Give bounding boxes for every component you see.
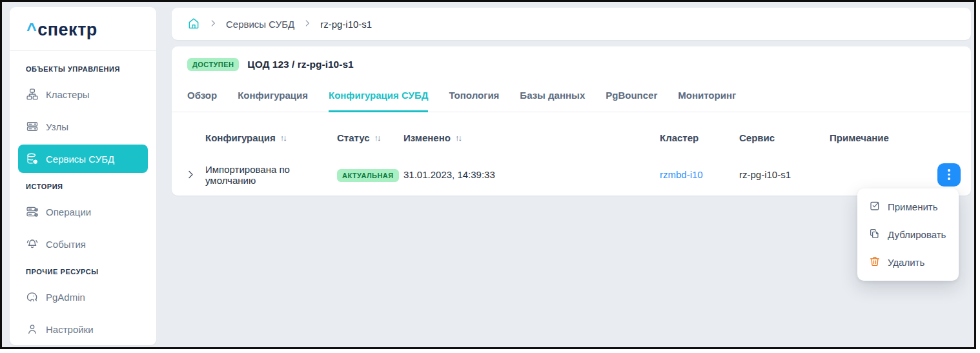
section-label-history: ИСТОРИЯ <box>18 175 148 196</box>
db-services-icon <box>26 152 39 165</box>
column-header-note: Примечание <box>830 132 961 143</box>
section-label-objects: ОБЪЕКТЫ УПРАВЛЕНИЯ <box>18 57 148 78</box>
cell-modified: 31.01.2023, 14:39:33 <box>403 169 660 180</box>
sidebar-item-nodes[interactable]: Узлы <box>18 112 148 141</box>
tab-pgbouncer[interactable]: PgBouncer <box>606 79 657 112</box>
tab-configuration[interactable]: Конфигурация <box>238 79 308 112</box>
sidebar-item-label: Кластеры <box>46 89 90 100</box>
menu-item-label: Применить <box>888 201 938 212</box>
sidebar-item-operations[interactable]: Операции <box>18 197 148 226</box>
kebab-dot <box>948 177 950 180</box>
sidebar-item-label: Узлы <box>46 121 68 132</box>
sidebar-item-label: Сервисы СУБД <box>46 154 114 165</box>
column-label: Статус <box>337 132 370 143</box>
sort-icon[interactable]: ↑↓ <box>280 133 286 143</box>
pgadmin-icon <box>26 290 39 303</box>
cell-cluster: rzmbd-i10 <box>660 169 739 180</box>
apply-check-icon <box>869 200 881 214</box>
kebab-dot <box>948 169 950 172</box>
menu-item-label: Дублировать <box>888 229 946 240</box>
row-actions-menu: Применить Дублировать Удалить <box>857 188 959 281</box>
table-header: Конфигурация ↑↓ Статус ↑↓ Изменено ↑↓ Кл… <box>172 112 971 154</box>
column-label: Конфигурация <box>205 132 276 143</box>
menu-item-delete[interactable]: Удалить <box>857 248 959 276</box>
tab-monitoring[interactable]: Мониторинг <box>678 79 736 112</box>
sidebar-item-label: Операции <box>46 207 91 217</box>
section-label-other-resources: ПРОЧИЕ РЕСУРСЫ <box>18 260 148 281</box>
sidebar-item-label: События <box>46 239 86 250</box>
column-label: Кластер <box>660 132 699 143</box>
cell-note <box>830 163 961 187</box>
row-actions-kebab-button[interactable] <box>937 163 961 187</box>
tab-topology[interactable]: Топология <box>449 79 499 112</box>
tab-databases[interactable]: Базы данных <box>520 79 585 112</box>
sidebar: ^спектр ОБЪЕКТЫ УПРАВЛЕНИЯ Кластеры Узлы <box>10 7 156 345</box>
column-label: Примечание <box>830 132 889 143</box>
expand-row-icon[interactable] <box>182 170 205 179</box>
page-header: ДОСТУПЕН ЦОД 123 / rz-pg-i10-s1 <box>172 46 971 79</box>
clusters-icon <box>26 88 39 101</box>
sidebar-nav: ОБЪЕКТЫ УПРАВЛЕНИЯ Кластеры Узлы Сервисы… <box>10 51 156 349</box>
column-header-cluster: Кластер <box>660 132 739 143</box>
tab-bar: Обзор Конфигурация Конфигурация СУБД Топ… <box>172 79 971 112</box>
home-icon[interactable] <box>187 17 200 32</box>
breadcrumb-link-db-services[interactable]: Сервисы СУБД <box>226 19 294 30</box>
sidebar-footer: Настройки <box>18 313 148 349</box>
column-label: Сервис <box>739 132 775 143</box>
sidebar-item-label: Настройки <box>46 324 94 335</box>
sidebar-item-clusters[interactable]: Кластеры <box>18 80 148 108</box>
main-content: ДОСТУПЕН ЦОД 123 / rz-pg-i10-s1 Обзор Ко… <box>172 46 971 196</box>
events-icon <box>26 237 39 250</box>
user-icon <box>26 323 39 336</box>
column-label: Изменено <box>403 132 451 143</box>
menu-item-label: Удалить <box>888 257 924 268</box>
cell-status: АКТУАЛЬНАЯ <box>337 169 403 180</box>
duplicate-icon <box>869 228 881 241</box>
app-logo: ^спектр <box>10 7 156 51</box>
chevron-right-icon <box>209 19 218 30</box>
cluster-link[interactable]: rzmbd-i10 <box>660 169 703 180</box>
column-header-config: Конфигурация ↑↓ <box>205 132 337 143</box>
logo-caret-icon: ^ <box>26 20 37 39</box>
sidebar-item-settings[interactable]: Настройки <box>18 315 148 343</box>
sidebar-item-db-services[interactable]: Сервисы СУБД <box>18 145 148 173</box>
column-header-service: Сервис <box>739 132 830 143</box>
breadcrumb-current: rz-pg-i10-s1 <box>320 19 372 30</box>
menu-item-apply[interactable]: Применить <box>857 193 959 221</box>
column-header-status: Статус ↑↓ <box>337 132 403 143</box>
sidebar-item-pgadmin[interactable]: PgAdmin <box>18 283 148 311</box>
status-badge: ДОСТУПЕН <box>187 58 239 71</box>
cell-service: rz-pg-i10-s1 <box>739 169 830 180</box>
app-window: ^спектр ОБЪЕКТЫ УПРАВЛЕНИЯ Кластеры Узлы <box>0 0 976 349</box>
page-title: ЦОД 123 / rz-pg-i10-s1 <box>247 59 353 70</box>
sidebar-item-label: PgAdmin <box>46 292 85 303</box>
trash-icon <box>869 256 881 269</box>
tab-overview[interactable]: Обзор <box>187 79 217 112</box>
operations-icon <box>26 205 39 218</box>
sort-icon[interactable]: ↑↓ <box>455 133 461 143</box>
sidebar-item-events[interactable]: События <box>18 230 148 258</box>
logo-text: спектр <box>37 20 97 39</box>
breadcrumb: Сервисы СУБД rz-pg-i10-s1 <box>172 8 971 40</box>
status-badge: АКТУАЛЬНАЯ <box>337 169 399 182</box>
tab-dbms-configuration[interactable]: Конфигурация СУБД <box>329 79 428 112</box>
table-row: Импортирована по умолчанию АКТУАЛЬНАЯ 31… <box>172 154 971 196</box>
kebab-dot <box>948 174 950 176</box>
menu-item-duplicate[interactable]: Дублировать <box>857 221 959 248</box>
sort-icon[interactable]: ↑↓ <box>374 133 380 143</box>
column-header-modified: Изменено ↑↓ <box>403 132 660 143</box>
chevron-right-icon <box>303 19 312 30</box>
nodes-icon <box>26 120 39 133</box>
cell-config: Импортирована по умолчанию <box>205 164 337 186</box>
